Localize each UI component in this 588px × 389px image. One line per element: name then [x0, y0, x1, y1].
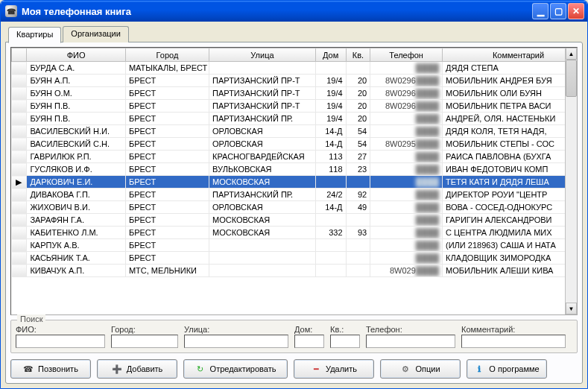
about-button[interactable]: ℹ О программе — [467, 359, 547, 379]
cell-phone: 8W0296████ — [370, 100, 443, 113]
table-row[interactable]: КАБИТЕНКО Л.М.БРЕСТМОСКОВСКАЯ33293████С … — [12, 227, 566, 239]
scroll-track[interactable] — [566, 60, 577, 303]
table-row[interactable]: БУЯН П.В.БРЕСТПАРТИЗАНСКИЙ ПР.19/420████… — [12, 113, 566, 125]
search-street-input[interactable] — [184, 335, 288, 348]
plus-icon: ➕ — [112, 364, 122, 374]
cell-fio: ДАРКОВИЧ Е.И. — [27, 176, 126, 189]
row-marker — [12, 227, 27, 239]
tab-organizations[interactable]: Организации — [63, 26, 129, 42]
cell-house — [315, 265, 346, 277]
data-grid[interactable]: ФИО Город Улица Дом Кв. Телефон Коммента… — [11, 48, 565, 314]
cell-comment: С ЦЕНТРА ЛЮДМИЛА МИХ — [443, 227, 565, 239]
table-row[interactable]: БУРДА С.А.МАТЫКАЛЫ, БРЕСТ████ДЯДЯ СТЕПА — [12, 62, 566, 75]
table-row[interactable]: БУЯН А.П.БРЕСТПАРТИЗАНСКИЙ ПР-Т19/4208W0… — [12, 75, 566, 87]
tabpane: ФИО Город Улица Дом Кв. Телефон Коммента… — [5, 42, 583, 384]
col-city[interactable]: Город — [125, 48, 209, 62]
scroll-up-button[interactable]: ▲ — [566, 48, 577, 60]
table-row[interactable]: ГУСЛЯКОВ И.Ф.БРЕСТВУЛЬКОВСКАЯ11823████ИВ… — [12, 163, 566, 176]
table-row[interactable]: ВАСИЛЕВСКИЙ С.Н.БРЕСТОРЛОВСКАЯ14-Д548W02… — [12, 138, 566, 151]
cell-apt — [346, 239, 370, 252]
cell-street — [209, 265, 316, 277]
edit-button[interactable]: ↻ Отредактировать — [183, 359, 288, 379]
cell-street: ОРЛОВСКАЯ — [209, 201, 316, 214]
cell-city: МАТЫКАЛЫ, БРЕСТ — [125, 62, 209, 75]
cell-street: МОСКОВСКАЯ — [209, 214, 316, 227]
cell-fio: БУЯН О.М. — [27, 87, 126, 100]
search-fio-input[interactable] — [16, 335, 105, 348]
delete-button[interactable]: ━ Удалить — [294, 359, 374, 379]
cell-street: МОСКОВСКАЯ — [209, 176, 316, 189]
search-fio-label: ФИО: — [16, 325, 105, 334]
cell-house: 14-Д — [315, 201, 346, 214]
minimize-button[interactable]: ▁ — [532, 3, 549, 19]
options-button[interactable]: ⚙ Опции — [380, 359, 461, 379]
search-comment-input[interactable] — [461, 335, 566, 348]
cell-street: ПАРТИЗАНСКИЙ ПР. — [209, 113, 316, 125]
search-phone-label: Телефон: — [366, 325, 455, 334]
tab-apartments[interactable]: Квартиры — [8, 27, 61, 43]
table-row[interactable]: ЗАРАФЯН Г.А.БРЕСТМОСКОВСКАЯ████ГАРИГИН А… — [12, 214, 566, 227]
edit-button-label: Отредактировать — [210, 364, 276, 373]
row-marker — [12, 201, 27, 214]
col-house[interactable]: Дом — [315, 48, 346, 62]
scroll-down-button[interactable]: ▼ — [566, 303, 577, 314]
gear-icon: ⚙ — [400, 364, 411, 374]
table-row[interactable]: ВАСИЛЕВСКИЙ Н.И.БРЕСТОРЛОВСКАЯ14-Д54████… — [12, 125, 566, 138]
table-row[interactable]: ЖИХОВИЧ В.И.БРЕСТОРЛОВСКАЯ14-Д49████ВОВА… — [12, 201, 566, 214]
table-row[interactable]: БУЯН О.М.БРЕСТПАРТИЗАНСКИЙ ПР-Т19/4208W0… — [12, 87, 566, 100]
col-apt[interactable]: Кв. — [346, 48, 370, 62]
cell-comment: МОБИЛЬНИК СТЕПЫ - СОС — [443, 138, 565, 151]
vertical-scrollbar[interactable]: ▲ ▼ — [565, 48, 577, 314]
add-button[interactable]: ➕ Добавить — [97, 359, 177, 379]
maximize-button[interactable]: ▢ — [550, 3, 566, 19]
table-row[interactable]: ГАВРИЛЮК Р.П.БРЕСТКРАСНОГВАРДЕЙСКАЯ11327… — [12, 151, 566, 163]
minus-icon: ━ — [311, 364, 321, 374]
col-comment[interactable]: Комментарий — [443, 48, 565, 62]
cell-apt: 23 — [346, 163, 370, 176]
search-city-input[interactable] — [111, 335, 178, 348]
cell-house — [315, 239, 346, 252]
header-row[interactable]: ФИО Город Улица Дом Кв. Телефон Коммента… — [12, 48, 566, 62]
cell-house — [315, 214, 346, 227]
col-gutter[interactable] — [12, 48, 27, 62]
scroll-thumb[interactable] — [566, 60, 577, 97]
cell-fio: КИВАЧУК А.П. — [27, 265, 126, 277]
cell-comment: МОБИЛЬНИК ОЛИ БУЯН — [443, 87, 565, 100]
add-button-label: Добавить — [127, 364, 163, 373]
titlebar[interactable]: ☎ Моя телефонная книга ▁ ▢ ✕ — [1, 1, 587, 22]
cell-phone: 8W0296████ — [370, 75, 443, 87]
close-button[interactable]: ✕ — [568, 3, 584, 19]
col-fio[interactable]: ФИО — [27, 48, 126, 62]
cell-street: КРАСНОГВАРДЕЙСКАЯ — [209, 151, 316, 163]
col-street[interactable]: Улица — [209, 48, 316, 62]
table-row[interactable]: КАСЬЯНИК Т.А.БРЕСТ████КЛАДОВЩИК ЗИМОРОДК… — [12, 252, 566, 265]
search-phone-input[interactable] — [366, 335, 455, 348]
table-row[interactable]: ▶ДАРКОВИЧ Е.И.БРЕСТМОСКОВСКАЯ████ТЕТЯ КА… — [12, 176, 566, 189]
app-icon: ☎ — [5, 5, 17, 17]
table-row[interactable]: БУЯН П.В.БРЕСТПАРТИЗАНСКИЙ ПР-Т19/4208W0… — [12, 100, 566, 113]
cell-apt: 54 — [346, 138, 370, 151]
cell-apt: 93 — [346, 227, 370, 239]
cell-city: БРЕСТ — [125, 163, 209, 176]
cell-apt: 92 — [346, 189, 370, 201]
cell-phone: ████ — [370, 125, 443, 138]
cell-phone: ████ — [370, 189, 443, 201]
cell-apt: 20 — [346, 100, 370, 113]
cell-comment: МОБИЛЬНИК АНДРЕЯ БУЯ — [443, 75, 565, 87]
search-apt-input[interactable] — [330, 335, 360, 348]
search-house-input[interactable] — [294, 335, 324, 348]
table-row[interactable]: КАРПУК А.В.БРЕСТ████(ИЛИ 218963) САША И … — [12, 239, 566, 252]
cell-apt — [346, 176, 370, 189]
row-marker — [12, 100, 27, 113]
row-marker — [12, 113, 27, 125]
row-marker — [12, 138, 27, 151]
col-phone[interactable]: Телефон — [370, 48, 443, 62]
cell-city: БРЕСТ — [125, 201, 209, 214]
table-row[interactable]: ДИВАКОВА Г.П.БРЕСТПАРТИЗАНСКИЙ ПР.24/292… — [12, 189, 566, 201]
table-row[interactable]: КИВАЧУК А.П.МТС, МЕЛЬНИКИ8W029████МОБИЛЬ… — [12, 265, 566, 277]
cell-city: БРЕСТ — [125, 214, 209, 227]
row-marker — [12, 87, 27, 100]
options-button-label: Опции — [415, 364, 440, 373]
cell-phone: ████ — [370, 113, 443, 125]
call-button[interactable]: ☎ Позвонить — [10, 359, 91, 379]
